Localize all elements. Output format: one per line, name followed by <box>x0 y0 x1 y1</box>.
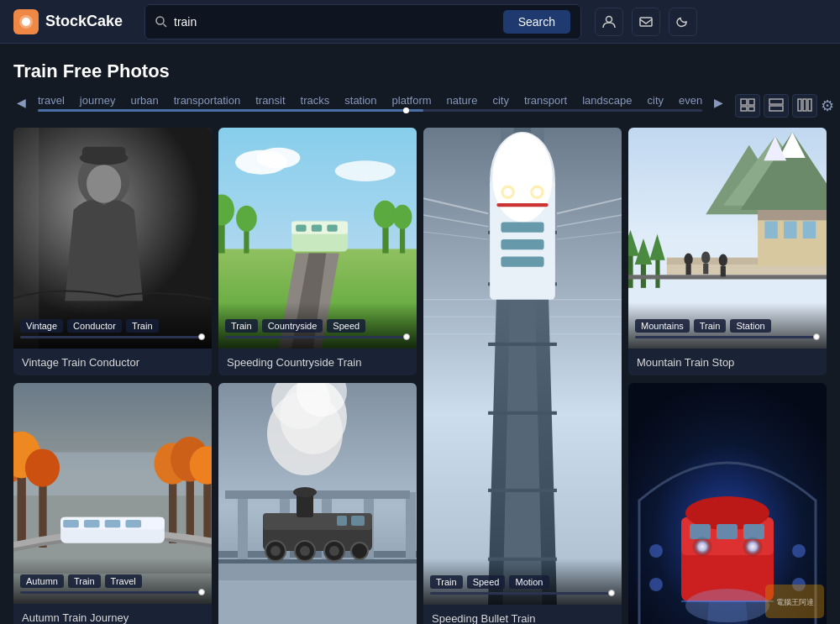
card-tag-cs-1[interactable]: Train <box>225 319 258 333</box>
card-image-area-countryside: Train Countryside Speed <box>218 128 417 349</box>
card-bottom-vintage: Vintage Conductor Train <box>13 302 212 349</box>
svg-rect-50 <box>488 343 557 346</box>
photo-card-mountain[interactable]: Mountains Train Station Mountain Train S… <box>628 128 827 375</box>
svg-rect-63 <box>501 239 543 249</box>
card-slider-vintage[interactable] <box>20 336 205 338</box>
svg-rect-96 <box>721 266 726 276</box>
tag-transit[interactable]: transit <box>255 94 285 107</box>
moon-icon <box>676 15 690 29</box>
tag-transport[interactable]: transport <box>524 94 567 107</box>
svg-rect-19 <box>82 147 126 163</box>
tag-tracks[interactable]: tracks <box>301 94 330 107</box>
card-tag-vintage-2[interactable]: Conductor <box>67 319 122 333</box>
theme-toggle-button[interactable] <box>669 8 697 36</box>
svg-rect-88 <box>784 221 796 239</box>
tag-platform[interactable]: platform <box>392 94 432 107</box>
search-button[interactable]: Search <box>503 10 570 34</box>
svg-rect-7 <box>741 99 747 105</box>
svg-point-148 <box>649 544 663 558</box>
photo-card-steam[interactable] <box>218 383 417 624</box>
tag-station[interactable]: station <box>344 94 376 107</box>
tag-journey[interactable]: journey <box>80 94 116 107</box>
logo: StockCake <box>13 9 131 34</box>
card-tag-aut-1[interactable]: Autumn <box>20 574 64 588</box>
photo-card-bullet[interactable]: Train Speed Motion Speeding Bullet Train <box>423 128 622 624</box>
card-tag-cs-3[interactable]: Speed <box>327 319 365 333</box>
tag-even[interactable]: even <box>679 94 702 107</box>
card-tag-cs-2[interactable]: Countryside <box>262 319 323 333</box>
page-content: Train Free Photos ◀ travel journey urban… <box>0 44 840 624</box>
card-tag-bullet-1[interactable]: Train <box>430 575 463 589</box>
card-tag-bullet-2[interactable]: Speed <box>467 575 506 589</box>
card-tag-bullet-3[interactable]: Motion <box>509 575 549 589</box>
svg-point-159 <box>692 537 712 557</box>
card-bottom-mountain: Mountains Train Station <box>628 302 827 349</box>
user-icon <box>602 15 616 29</box>
svg-point-2 <box>22 18 30 26</box>
svg-point-150 <box>792 544 806 558</box>
card-image-area-vintage: Vintage Conductor Train <box>13 128 212 349</box>
svg-rect-114 <box>63 520 79 527</box>
card-tag-aut-3[interactable]: Travel <box>105 574 142 588</box>
card-tag-aut-2[interactable]: Train <box>68 574 101 588</box>
photo-image-tunnel: 電腦王阿達 <box>628 383 827 624</box>
svg-point-160 <box>743 537 763 557</box>
svg-point-24 <box>257 148 301 169</box>
photo-card-tunnel[interactable]: 電腦王阿達 <box>628 383 827 624</box>
tag-landscape[interactable]: landscape <box>582 94 632 107</box>
svg-point-91 <box>684 254 692 265</box>
svg-point-149 <box>649 578 663 591</box>
search-bar: Search <box>144 4 581 39</box>
card-slider-autumn[interactable] <box>20 591 205 594</box>
caption-text-mountain: Mountain Train Stop <box>637 356 734 369</box>
view-grid3-button[interactable] <box>792 94 817 118</box>
svg-rect-62 <box>501 223 543 233</box>
svg-rect-12 <box>769 106 783 111</box>
svg-rect-87 <box>764 221 777 239</box>
photo-card-countryside[interactable]: Train Countryside Speed Speeding Country… <box>218 128 417 375</box>
svg-rect-124 <box>218 551 417 558</box>
photo-card-autumn[interactable]: Autumn Train Travel Autumn Train Journey <box>13 383 212 624</box>
tag-transportation[interactable]: transportation <box>174 94 241 107</box>
view-grid1-button[interactable] <box>735 94 760 118</box>
tag-city2[interactable]: city <box>648 94 664 107</box>
card-tag-vintage-3[interactable]: Train <box>126 319 159 333</box>
svg-point-140 <box>351 543 368 559</box>
svg-rect-90 <box>628 275 827 279</box>
mail-icon-button[interactable] <box>632 8 660 36</box>
view-controls: ⚙ <box>735 94 834 118</box>
svg-rect-15 <box>808 99 811 111</box>
photo-card-vintage[interactable]: Vintage Conductor Train Vintage Train Co… <box>13 128 212 375</box>
svg-point-25 <box>335 160 396 181</box>
tag-nature[interactable]: nature <box>447 94 478 107</box>
svg-rect-8 <box>748 99 754 105</box>
card-tag-mtn-3[interactable]: Station <box>730 319 770 333</box>
tags-prev-button[interactable]: ◀ <box>13 94 29 111</box>
view-grid2-button[interactable] <box>764 94 789 118</box>
settings-button[interactable]: ⚙ <box>821 97 834 115</box>
card-slider-mountain[interactable] <box>635 336 820 338</box>
card-tag-mtn-1[interactable]: Mountains <box>635 319 690 333</box>
card-image-area-bullet: Train Speed Motion <box>423 128 622 605</box>
svg-rect-115 <box>84 520 100 527</box>
user-icon-button[interactable] <box>595 8 623 36</box>
tag-travel[interactable]: travel <box>38 94 65 107</box>
tags-row: travel journey urban transportation tran… <box>38 94 702 107</box>
grid1-icon <box>739 97 756 113</box>
card-tags-countryside: Train Countryside Speed <box>225 319 410 333</box>
card-tag-mtn-2[interactable]: Train <box>694 319 727 333</box>
svg-rect-126 <box>238 492 248 559</box>
card-tag-vintage-1[interactable]: Vintage <box>20 319 63 333</box>
svg-rect-143 <box>351 516 365 526</box>
tags-next-button[interactable]: ▶ <box>711 94 727 111</box>
svg-text:電腦王阿達: 電腦王阿達 <box>776 598 814 606</box>
photo-image-steam <box>218 383 417 624</box>
tag-urban[interactable]: urban <box>130 94 158 107</box>
search-input[interactable] <box>174 15 496 29</box>
card-slider-countryside[interactable] <box>225 336 410 338</box>
photo-image-bullet <box>423 128 622 605</box>
svg-rect-9 <box>741 107 747 111</box>
svg-point-137 <box>300 546 310 556</box>
card-slider-bullet[interactable] <box>430 592 615 595</box>
tag-city[interactable]: city <box>492 94 509 107</box>
